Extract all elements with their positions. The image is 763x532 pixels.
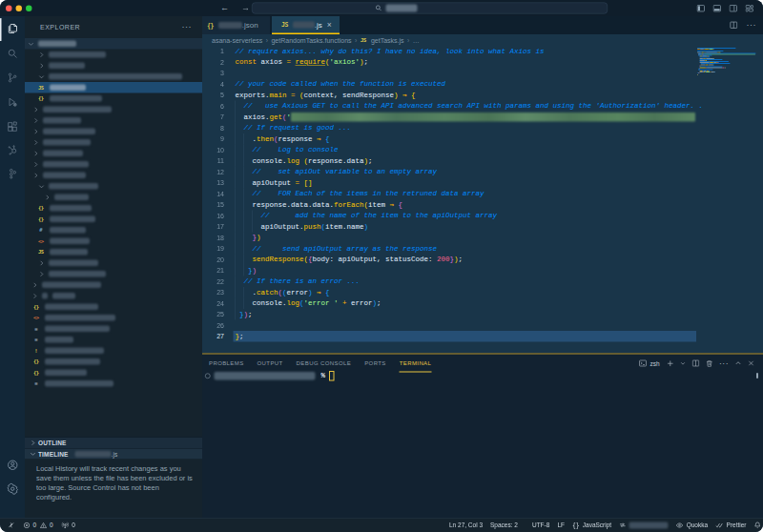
code-line[interactable]: 19 // send apiOutput array as the respon… [202,243,763,255]
status-error-circle[interactable]: 0 [24,522,37,529]
status-sync[interactable] [619,522,669,529]
code-line[interactable]: 5exports.main = (context, sendResponse) … [202,90,763,101]
tree-folder-row[interactable] [25,60,202,72]
tree-file-row[interactable]: {} [25,203,202,215]
tree-file-row[interactable]: JS [25,82,202,93]
code-line[interactable]: 25 }); [202,309,763,320]
minimize-traffic-light[interactable] [16,6,23,12]
maximize-panel-icon[interactable] [735,360,742,367]
terminal-prompt-line[interactable]: % [205,371,335,381]
status-lf[interactable]: LF [557,522,565,529]
tree-folder-row[interactable] [25,104,202,115]
terminal-dropdown-icon[interactable] [680,360,686,366]
code-line[interactable]: 11 console.log (response.data); [202,155,763,167]
code-line[interactable]: 14 // FOR Each of the items in the retru… [202,189,763,200]
zoom-traffic-light[interactable] [26,6,32,12]
panel-tab-ports[interactable]: PORTS [364,355,386,373]
explorer-activity-icon[interactable] [0,16,25,40]
extensions-activity-icon[interactable] [0,115,25,139]
status-radio-tower[interactable]: 0 [62,522,75,529]
code-line[interactable]: 23 .catch((error) ⇒ { [202,287,763,298]
tree-file-row[interactable]: ≡ [25,335,202,346]
code-line[interactable]: 12 // set apiOut variable to an empty ar… [202,167,763,178]
tree-file-row[interactable]: <> [25,235,202,247]
close-traffic-light[interactable] [6,6,12,12]
breadcrumb-item[interactable]: asana-serverless [212,36,262,44]
tree-folder-row[interactable] [25,137,202,149]
tree-file-row[interactable]: {} [25,357,202,368]
code-line[interactable]: 26 [202,320,763,332]
settings-gear-icon[interactable] [0,477,25,501]
code-line[interactable]: 27}; [202,331,763,342]
command-center-search[interactable] [252,3,608,14]
code-line[interactable]: 22 // If there is an error ... [202,276,763,288]
tree-file-row[interactable]: {} [25,367,202,379]
circles-activity-icon[interactable] [0,162,25,186]
hubspot-activity-icon[interactable] [0,138,25,162]
tree-file-row[interactable]: ! [25,345,202,357]
tree-file-row[interactable]: <> [25,313,202,324]
tree-folder-row[interactable] [25,170,202,181]
tree-folder-row[interactable] [25,159,202,171]
code-line[interactable]: 7 axios.get(' [202,112,763,123]
breadcrumb-item[interactable]: … [413,36,420,44]
outline-section-header[interactable]: OUTLINE [25,438,202,449]
split-editor-icon[interactable] [730,21,738,30]
source-control-activity-icon[interactable] [0,66,25,90]
go-forward-icon[interactable]: → [241,3,250,13]
code-line[interactable]: 6 // use Axious GET to call the API adva… [202,101,763,113]
tree-file-row[interactable]: # [25,225,202,236]
editor-more-actions-icon[interactable]: ··· [747,20,756,31]
code-line[interactable]: 18 }) [202,233,763,244]
code-line[interactable]: 8 // If request is good ... [202,123,763,134]
toggle-primary-sidebar-icon[interactable] [697,5,706,13]
status-utf-8[interactable]: UTF-8 [532,522,549,529]
code-line[interactable]: 13 apiOutput = [] [202,177,763,189]
search-activity-icon[interactable] [0,42,25,66]
tree-file-row[interactable]: {} [25,214,202,225]
go-back-icon[interactable]: ← [220,3,229,13]
tree-folder-row[interactable] [25,126,202,137]
code-line[interactable]: 10 // Log to console [202,145,763,156]
new-terminal-icon[interactable] [667,359,674,367]
status-prettier[interactable]: Prettier [715,522,746,529]
tree-folder-row[interactable] [25,279,202,291]
toggle-panel-icon[interactable] [713,5,722,13]
code-line[interactable]: 15 response.data.data.forEach(item ⇒ { [202,199,763,211]
tree-file-row[interactable]: ≡ [25,323,202,335]
close-panel-icon[interactable] [748,360,754,367]
breadcrumb-item[interactable]: getRandomTasks.functions [271,36,351,44]
panel-more-actions-icon[interactable]: ··· [719,358,729,368]
close-tab-icon[interactable]: × [327,20,332,30]
customize-layout-icon[interactable] [746,5,754,13]
code-line[interactable]: 20 sendResponse({body: apiOutput, status… [202,255,763,266]
breadcrumb[interactable]: asana-serverless›getRandomTasks.function… [202,34,763,46]
code-line[interactable]: 2const axios = require('axios'); [202,57,763,69]
tree-folder-row[interactable] [25,192,202,203]
kill-terminal-trash-icon[interactable] [706,359,713,367]
split-terminal-icon[interactable] [692,359,700,367]
tree-folder-row[interactable] [25,72,202,83]
tree-folder-row[interactable] [25,291,202,302]
code-line[interactable]: 21 }) [202,265,763,276]
code-line[interactable]: 1// require axios... why do this? I have… [202,46,763,57]
tree-folder-row[interactable] [25,257,202,269]
terminal-scrollbar[interactable] [756,373,758,379]
toggle-secondary-sidebar-icon[interactable] [730,5,738,13]
status-remote[interactable] [8,522,15,529]
tree-folder-row[interactable] [25,148,202,159]
timeline-section-header[interactable]: TIMELINE .js [25,448,202,460]
tree-folder-row[interactable] [25,181,202,193]
code-line[interactable]: 17 apiOutput.push(item.name) [202,221,763,233]
tree-root-folder[interactable] [25,38,202,50]
status-warning-triangle[interactable]: 0 [40,522,53,529]
breadcrumb-item[interactable]: getTasks.js [371,36,404,44]
panel-tab-terminal[interactable]: TERMINAL [400,355,432,373]
tree-folder-row[interactable] [25,50,202,61]
tree-folder-row[interactable] [25,115,202,127]
run-debug-activity-icon[interactable] [0,91,25,114]
status-bell[interactable] [754,522,762,529]
editor-tab-json[interactable]: {}.json [202,16,270,34]
tree-file-row[interactable]: {} [25,93,202,105]
code-line[interactable]: 3 [202,68,763,79]
